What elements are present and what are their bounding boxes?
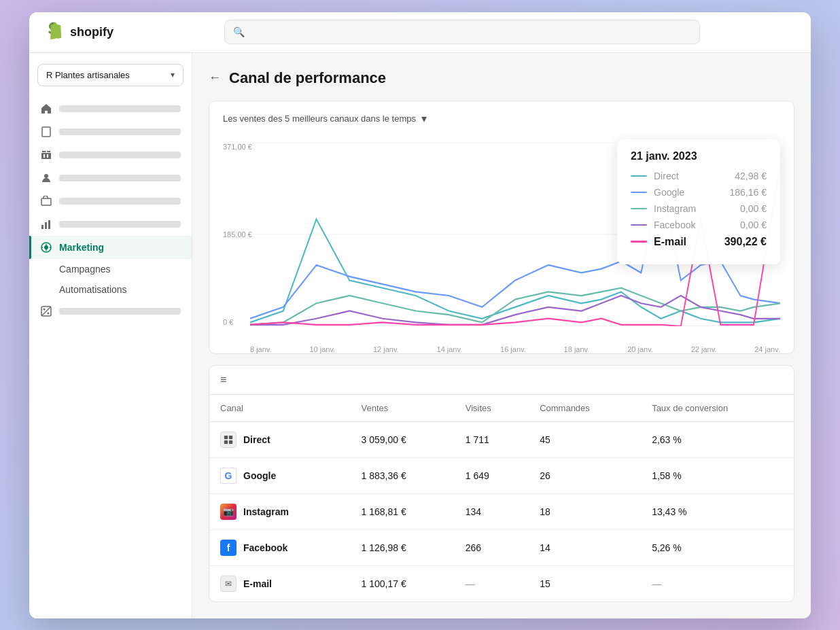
direct-icon bbox=[220, 432, 237, 448]
table-filter[interactable]: ≡ bbox=[209, 366, 794, 395]
sidebar-item-marketing[interactable]: Marketing bbox=[29, 236, 192, 259]
search-icon: 🔍 bbox=[233, 27, 245, 37]
discounts-icon bbox=[40, 305, 52, 317]
svg-rect-14 bbox=[229, 435, 232, 438]
col-conversion: Taux de conversion bbox=[641, 395, 794, 422]
tooltip-value-instagram: 0,00 € bbox=[740, 203, 767, 214]
channel-name-facebook: Facebook bbox=[243, 542, 287, 553]
sidebar-item-products[interactable] bbox=[29, 143, 192, 167]
x-label-2: 12 janv. bbox=[373, 345, 399, 353]
tooltip-value-google: 186,16 € bbox=[730, 187, 767, 198]
svg-rect-0 bbox=[42, 127, 50, 137]
nav-orders-label bbox=[59, 128, 181, 135]
table-row: G Google 1 883,36 € 1 649 26 1,58 % bbox=[209, 457, 794, 493]
tooltip-date: 21 janv. 2023 bbox=[631, 150, 767, 162]
back-button[interactable]: ← bbox=[209, 71, 221, 85]
filter-icon[interactable]: ≡ bbox=[220, 374, 226, 385]
customers-icon bbox=[40, 172, 52, 184]
tooltip-row-direct: Direct 42,98 € bbox=[631, 171, 767, 181]
channel-cell-google: G Google bbox=[209, 457, 351, 493]
main-content: ← Canal de performance Les ventes des 5 … bbox=[192, 53, 811, 618]
svg-point-8 bbox=[48, 312, 50, 314]
facebook-icon: f bbox=[220, 540, 237, 556]
shopify-logo-icon bbox=[43, 21, 65, 43]
google-icon: G bbox=[220, 468, 237, 484]
sales-email: 1 100,17 € bbox=[351, 565, 455, 601]
home-icon bbox=[40, 103, 52, 115]
logo: shopify bbox=[43, 21, 113, 43]
x-axis-labels: 8 janv. 10 janv. 12 janv. 14 janv. 16 ja… bbox=[250, 345, 780, 353]
orders-facebook: 14 bbox=[529, 529, 641, 565]
products-icon bbox=[40, 149, 52, 161]
instagram-icon: 📷 bbox=[220, 504, 237, 520]
page-title: Canal de performance bbox=[229, 69, 386, 87]
sidebar-subitem-campaigns[interactable]: Campagnes bbox=[29, 259, 192, 279]
sidebar-subitem-automations[interactable]: Automatisations bbox=[29, 279, 192, 300]
conversion-email: — bbox=[641, 565, 794, 601]
x-label-5: 18 janv. bbox=[564, 345, 590, 353]
table-header-row: Canal Ventes Visites Commandes Taux de c… bbox=[209, 395, 794, 422]
sales-instagram: 1 168,81 € bbox=[351, 493, 455, 529]
col-ventes[interactable]: Ventes bbox=[351, 395, 455, 422]
channel-cell-instagram: 📷 Instagram bbox=[209, 493, 351, 529]
tooltip-channel-email: E-mail bbox=[654, 236, 718, 248]
tooltip-row-instagram: Instagram 0,00 € bbox=[631, 203, 767, 214]
sales-direct: 3 059,00 € bbox=[351, 421, 455, 457]
chart-title: Les ventes des 5 meilleurs canaux dans l… bbox=[223, 113, 416, 124]
tooltip-row-facebook: Facebook 0,00 € bbox=[631, 220, 767, 230]
body: R Plantes artisanales ▾ bbox=[29, 53, 811, 618]
orders-direct: 45 bbox=[529, 421, 641, 457]
tooltip-line-facebook bbox=[631, 224, 647, 226]
nav-analytics-label bbox=[59, 221, 181, 228]
search-bar[interactable]: 🔍 bbox=[224, 20, 700, 44]
nav-home-label bbox=[59, 105, 181, 112]
svg-rect-16 bbox=[229, 440, 232, 443]
tooltip-channel-direct: Direct bbox=[654, 171, 728, 181]
sidebar-item-discounts[interactable] bbox=[29, 300, 192, 323]
channel-name-direct: Direct bbox=[243, 434, 270, 445]
orders-instagram: 18 bbox=[529, 493, 641, 529]
chart-dropdown-icon[interactable]: ▾ bbox=[421, 112, 427, 125]
col-commandes: Commandes bbox=[529, 395, 641, 422]
tooltip-value-email: 390,22 € bbox=[724, 236, 767, 248]
nav-marketing-label: Marketing bbox=[59, 242, 181, 253]
tooltip-channel-facebook: Facebook bbox=[654, 220, 733, 230]
orders-email: 15 bbox=[529, 565, 641, 601]
sidebar-item-orders[interactable] bbox=[29, 120, 192, 143]
sidebar: R Plantes artisanales ▾ bbox=[29, 53, 192, 618]
svg-rect-13 bbox=[224, 435, 228, 438]
tooltip-line-instagram bbox=[631, 208, 647, 209]
marketing-icon bbox=[40, 241, 52, 253]
x-label-7: 22 janv. bbox=[691, 345, 717, 353]
store-name: R Plantes artisanales bbox=[46, 70, 130, 80]
tooltip-line-google bbox=[631, 192, 647, 193]
visits-facebook: 266 bbox=[455, 529, 529, 565]
sidebar-item-customers[interactable] bbox=[29, 167, 192, 190]
chart-header: Les ventes des 5 meilleurs canaux dans l… bbox=[209, 101, 794, 136]
store-selector[interactable]: R Plantes artisanales ▾ bbox=[37, 64, 183, 86]
tooltip-row-google: Google 186,16 € bbox=[631, 187, 767, 198]
x-label-1: 10 janv. bbox=[309, 345, 335, 353]
app-window: shopify 🔍 R Plantes artisanales ▾ bbox=[29, 12, 811, 618]
visits-google: 1 649 bbox=[455, 457, 529, 493]
orders-icon bbox=[40, 126, 52, 138]
x-label-8: 24 janv. bbox=[754, 345, 780, 353]
tooltip-value-facebook: 0,00 € bbox=[740, 220, 767, 230]
channel-name-google: Google bbox=[243, 470, 276, 481]
nav-customers-label bbox=[59, 175, 181, 181]
email-icon: ✉ bbox=[220, 576, 237, 592]
channel-name-email: E-mail bbox=[243, 578, 272, 589]
sidebar-item-home[interactable] bbox=[29, 97, 192, 120]
channel-name-instagram: Instagram bbox=[243, 506, 289, 517]
visits-email: — bbox=[455, 565, 529, 601]
orders-google: 26 bbox=[529, 457, 641, 493]
svg-rect-5 bbox=[48, 220, 50, 229]
logo-text: shopify bbox=[70, 25, 113, 39]
tooltip-value-direct: 42,98 € bbox=[735, 171, 767, 181]
sidebar-item-finances[interactable] bbox=[29, 190, 192, 213]
sidebar-item-analytics[interactable] bbox=[29, 213, 192, 236]
svg-rect-4 bbox=[45, 222, 47, 229]
performance-table: Canal Ventes Visites Commandes Taux de c… bbox=[209, 395, 794, 601]
tooltip-channel-google: Google bbox=[654, 187, 723, 198]
x-label-6: 20 janv. bbox=[627, 345, 653, 353]
